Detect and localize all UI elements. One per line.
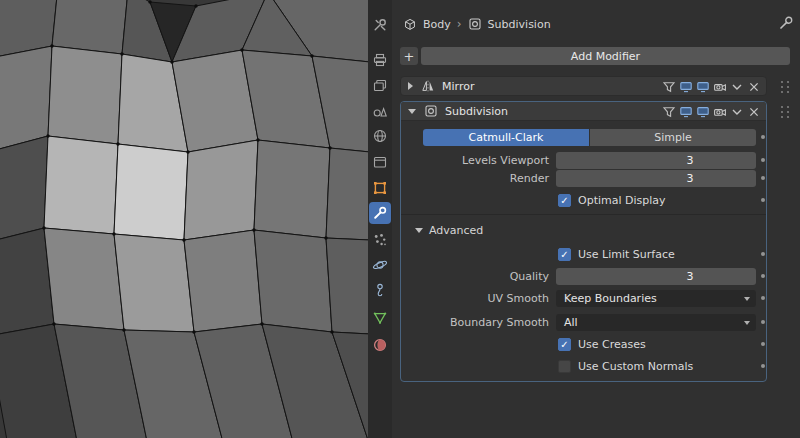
tab-tool[interactable] <box>369 14 391 36</box>
tab-object-data[interactable] <box>369 307 391 329</box>
mirror-modifier-icon <box>421 79 435 93</box>
mirror-panel-title[interactable]: Mirror <box>442 80 474 93</box>
boundary-smooth-dropdown[interactable]: All <box>556 314 756 331</box>
subdivision-extras-button[interactable] <box>730 105 744 119</box>
tool-icon <box>372 17 388 33</box>
render-levels-value: 3 <box>556 170 756 187</box>
subdivision-filter-button[interactable] <box>662 105 676 119</box>
advanced-chevron-icon <box>415 228 423 233</box>
subdivision-realtime-toggle[interactable] <box>696 105 710 119</box>
subdivision-delete-button[interactable] <box>747 105 761 119</box>
uv-smooth-dropdown[interactable]: Keep Boundaries <box>556 290 756 307</box>
advanced-section-header[interactable]: Advanced <box>415 222 483 238</box>
add-modifier-button[interactable]: Add Modifier <box>421 47 790 65</box>
optimal-display-row: ✓ Optimal Display <box>401 192 766 209</box>
decorator-dot[interactable] <box>761 274 765 278</box>
decorator-dot[interactable] <box>761 135 765 139</box>
subdivision-type-toggle: Catmull-Clark Simple <box>423 129 756 146</box>
decorator-dot[interactable] <box>761 176 765 180</box>
use-limit-surface-label: Use Limit Surface <box>578 246 675 263</box>
subdivision-drag-handle[interactable] <box>779 104 791 120</box>
use-limit-surface-checkbox[interactable]: ✓ <box>558 248 571 261</box>
levels-viewport-value: 3 <box>556 152 756 169</box>
optimal-display-label: Optimal Display <box>578 192 666 209</box>
mirror-expand-chevron-icon[interactable] <box>408 82 413 90</box>
mirror-modifier-panel: Mirror <box>400 76 767 96</box>
decorator-dot[interactable] <box>761 296 765 300</box>
subdivision-collapse-chevron-icon[interactable] <box>408 109 416 114</box>
wrench-icon <box>372 205 388 221</box>
tab-output[interactable] <box>369 49 391 71</box>
simple-button[interactable]: Simple <box>590 129 756 146</box>
tab-scene[interactable] <box>369 100 391 122</box>
decorator-dot[interactable] <box>761 158 765 162</box>
chevron-down-icon <box>730 105 744 119</box>
object-cube-icon <box>403 17 417 31</box>
object-square-icon <box>372 180 388 196</box>
mirror-editmode-toggle[interactable] <box>679 80 693 94</box>
optimal-display-checkbox[interactable]: ✓ <box>558 194 571 207</box>
constraint-icon <box>372 282 388 298</box>
use-creases-row: ✓ Use Creases <box>401 336 766 353</box>
tab-material[interactable] <box>369 334 391 356</box>
quality-value: 3 <box>556 268 756 285</box>
mirror-extras-button[interactable] <box>730 80 744 94</box>
render-levels-field[interactable]: 3 <box>556 170 756 187</box>
subdivision-modifier-icon <box>424 104 438 118</box>
mirror-delete-button[interactable] <box>747 80 761 94</box>
breadcrumb: Body › Subdivision <box>403 16 551 32</box>
use-creases-checkbox[interactable]: ✓ <box>558 338 571 351</box>
breadcrumb-modifier[interactable]: Subdivision <box>488 18 551 31</box>
decorator-dot[interactable] <box>761 320 765 324</box>
tab-object[interactable] <box>369 177 391 199</box>
mirror-filter-button[interactable] <box>662 80 676 94</box>
decorator-dot[interactable] <box>761 252 765 256</box>
dropdown-chevron-icon <box>744 297 750 301</box>
breadcrumb-object[interactable]: Body <box>423 18 451 31</box>
3d-viewport[interactable] <box>0 0 368 438</box>
tab-collection[interactable] <box>369 151 391 173</box>
uv-smooth-label: UV Smooth <box>401 290 549 307</box>
mirror-drag-handle[interactable] <box>779 79 791 95</box>
use-custom-normals-checkbox[interactable] <box>558 360 571 373</box>
quality-field[interactable]: 3 <box>556 268 756 285</box>
pin-button[interactable] <box>778 15 794 31</box>
subdivision-editmode-toggle[interactable] <box>679 105 693 119</box>
particles-icon <box>372 232 388 248</box>
funnel-icon <box>662 105 676 119</box>
decorator-dot[interactable] <box>761 198 765 202</box>
tab-physics[interactable] <box>369 254 391 276</box>
decorator-dot[interactable] <box>761 364 765 368</box>
use-limit-surface-row: ✓ Use Limit Surface <box>401 246 766 263</box>
mesh-data-triangle-icon <box>372 310 388 326</box>
advanced-label: Advanced <box>429 224 483 237</box>
properties-tab-bar <box>368 0 392 438</box>
mirror-render-toggle[interactable] <box>713 80 727 94</box>
breadcrumb-separator: › <box>457 17 462 31</box>
decorator-dot[interactable] <box>761 342 765 346</box>
tab-world[interactable] <box>369 125 391 147</box>
scene-icon <box>372 103 388 119</box>
subdivision-render-toggle[interactable] <box>713 105 727 119</box>
globe-icon <box>372 128 388 144</box>
camera-icon <box>713 80 727 94</box>
levels-viewport-field[interactable]: 3 <box>556 152 756 169</box>
tab-constraints[interactable] <box>369 279 391 301</box>
tab-view-layer[interactable] <box>369 75 391 97</box>
editmode-display-icon <box>679 105 693 119</box>
subdivision-type-row: Catmull-Clark Simple <box>401 129 766 146</box>
realtime-display-icon <box>696 105 710 119</box>
catmull-clark-button[interactable]: Catmull-Clark <box>423 129 589 146</box>
drag-dots-icon <box>779 79 791 95</box>
use-custom-normals-row: Use Custom Normals <box>401 358 766 375</box>
mirror-realtime-toggle[interactable] <box>696 80 710 94</box>
add-modifier-plus-button[interactable]: + <box>400 47 418 65</box>
funnel-icon <box>662 80 676 94</box>
subdivision-panel-title[interactable]: Subdivision <box>445 105 508 118</box>
pin-icon <box>778 15 794 31</box>
use-creases-label: Use Creases <box>578 336 646 353</box>
close-icon <box>747 105 761 119</box>
tab-modifiers[interactable] <box>369 202 391 224</box>
uv-smooth-value: Keep Boundaries <box>556 290 756 307</box>
tab-particles[interactable] <box>369 229 391 251</box>
